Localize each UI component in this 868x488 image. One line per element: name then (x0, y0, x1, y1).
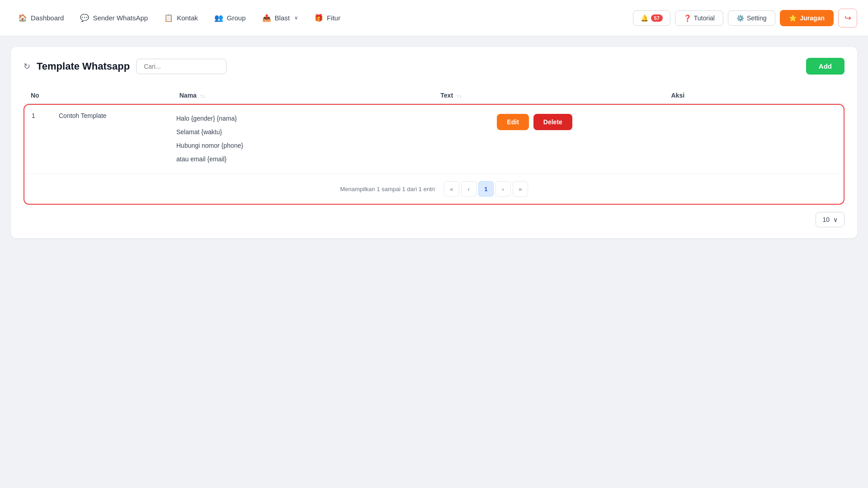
col-no: No (24, 87, 172, 104)
whatsapp-icon: 💬 (80, 14, 89, 22)
text-content: Halo {gender} {nama} Selamat {waktu} Hub… (176, 112, 482, 165)
sort-text-icon: ↑↓ (457, 93, 462, 99)
nav-label-sender-whatsapp: Sender WhatsApp (93, 14, 148, 22)
nav-label-fitur: Fitur (327, 14, 340, 22)
nav-label-kontak: Kontak (177, 14, 198, 22)
notification-button[interactable]: 🔔 57 (633, 10, 670, 26)
setting-button[interactable]: ⚙️ Setting (728, 10, 775, 26)
star-icon: ⭐ (789, 14, 797, 22)
search-input[interactable] (136, 59, 226, 74)
nav-actions: 🔔 57 ❓ Tutorial ⚙️ Setting ⭐ Juragan ↪ (633, 9, 857, 28)
notification-badge: 57 (651, 14, 663, 22)
page-header-left: ↻ Template Whatsapp (24, 59, 226, 74)
delete-button[interactable]: Delete (533, 114, 572, 130)
nav-item-fitur[interactable]: 🎁 Fitur (307, 9, 348, 27)
text-line-3: Hubungi nomor {phone} (176, 139, 482, 152)
cell-text: Halo {gender} {nama} Selamat {waktu} Hub… (169, 105, 490, 174)
home-icon: 🏠 (18, 14, 27, 22)
action-buttons: Edit Delete (497, 112, 836, 130)
col-aksi: Aksi (664, 87, 844, 104)
nav-item-blast[interactable]: 📤 Blast ∨ (255, 9, 305, 27)
nav-item-kontak[interactable]: 📋 Kontak (157, 9, 205, 27)
gear-icon: ⚙️ (736, 14, 744, 22)
cell-aksi: Edit Delete (490, 105, 844, 174)
text-line-2: Selamat {waktu} (176, 126, 482, 138)
group-icon: 👥 (214, 14, 223, 22)
nav-links: 🏠 Dashboard 💬 Sender WhatsApp 📋 Kontak 👥… (11, 9, 633, 27)
content-card: ↻ Template Whatsapp Add No Nama ↑↓ (11, 47, 857, 238)
nav-item-sender-whatsapp[interactable]: 💬 Sender WhatsApp (73, 9, 155, 27)
first-page-button[interactable]: « (444, 181, 459, 197)
tutorial-button[interactable]: ❓ Tutorial (675, 10, 723, 26)
blast-chevron-icon: ∨ (294, 15, 298, 21)
per-page-value: 10 (822, 216, 830, 223)
nav-item-dashboard[interactable]: 🏠 Dashboard (11, 9, 71, 27)
logout-icon: ↪ (844, 13, 851, 23)
bottom-row: 10 ∨ (24, 212, 844, 227)
current-page-button[interactable]: 1 (478, 181, 494, 197)
logout-button[interactable]: ↪ (838, 9, 857, 28)
pagination-cell: Menampilkan 1 sampai 1 dari 1 entri « ‹ … (24, 174, 844, 204)
per-page-select[interactable]: 10 ∨ (816, 212, 844, 227)
add-button[interactable]: Add (806, 58, 844, 75)
page-title: Template Whatsapp (37, 61, 130, 72)
template-table: No Nama ↑↓ Text ↑↓ Aksi (24, 87, 844, 104)
prev-page-button[interactable]: ‹ (461, 181, 476, 197)
setting-label: Setting (747, 14, 767, 22)
pagination-info: Menampilkan 1 sampai 1 dari 1 entri (340, 186, 435, 192)
edit-button[interactable]: Edit (497, 114, 528, 130)
main-content: ↻ Template Whatsapp Add No Nama ↑↓ (0, 36, 868, 249)
juragan-label: Juragan (800, 14, 825, 22)
col-nama[interactable]: Nama ↑↓ (172, 87, 434, 104)
pagination-row-container: Menampilkan 1 sampai 1 dari 1 entri « ‹ … (24, 174, 844, 204)
page-header: ↻ Template Whatsapp Add (24, 58, 844, 75)
kontak-icon: 📋 (164, 14, 173, 22)
text-line-4: atau email {email} (176, 153, 482, 165)
tutorial-label: Tutorial (694, 14, 715, 22)
text-line-1: Halo {gender} {nama} (176, 112, 482, 125)
sort-nama-icon: ↑↓ (200, 93, 205, 99)
bell-icon: 🔔 (641, 14, 648, 22)
blast-icon: 📤 (262, 14, 271, 22)
nav-item-group[interactable]: 👥 Group (207, 9, 253, 27)
pagination: Menampilkan 1 sampai 1 dari 1 entri « ‹ … (24, 174, 844, 204)
tutorial-icon: ❓ (684, 14, 691, 22)
nav-label-blast: Blast (275, 14, 290, 22)
nav-label-group: Group (227, 14, 246, 22)
highlighted-table: 1 Contoh Template Halo {gender} {nama} S… (24, 105, 844, 204)
last-page-button[interactable]: » (513, 181, 528, 197)
col-text[interactable]: Text ↑↓ (433, 87, 664, 104)
refresh-icon[interactable]: ↻ (24, 61, 30, 71)
highlighted-section: 1 Contoh Template Halo {gender} {nama} S… (24, 104, 844, 205)
next-page-button[interactable]: › (495, 181, 511, 197)
juragan-button[interactable]: ⭐ Juragan (780, 10, 834, 26)
fitur-icon: 🎁 (314, 14, 323, 22)
cell-nama: Contoh Template (52, 105, 169, 174)
table-row: 1 Contoh Template Halo {gender} {nama} S… (24, 105, 844, 174)
navbar: 🏠 Dashboard 💬 Sender WhatsApp 📋 Kontak 👥… (0, 0, 868, 36)
chevron-down-icon: ∨ (833, 216, 838, 223)
cell-no: 1 (24, 105, 52, 174)
table-header: No Nama ↑↓ Text ↑↓ Aksi (24, 87, 844, 104)
table-wrapper: No Nama ↑↓ Text ↑↓ Aksi (24, 87, 844, 205)
nav-label-dashboard: Dashboard (31, 14, 64, 22)
